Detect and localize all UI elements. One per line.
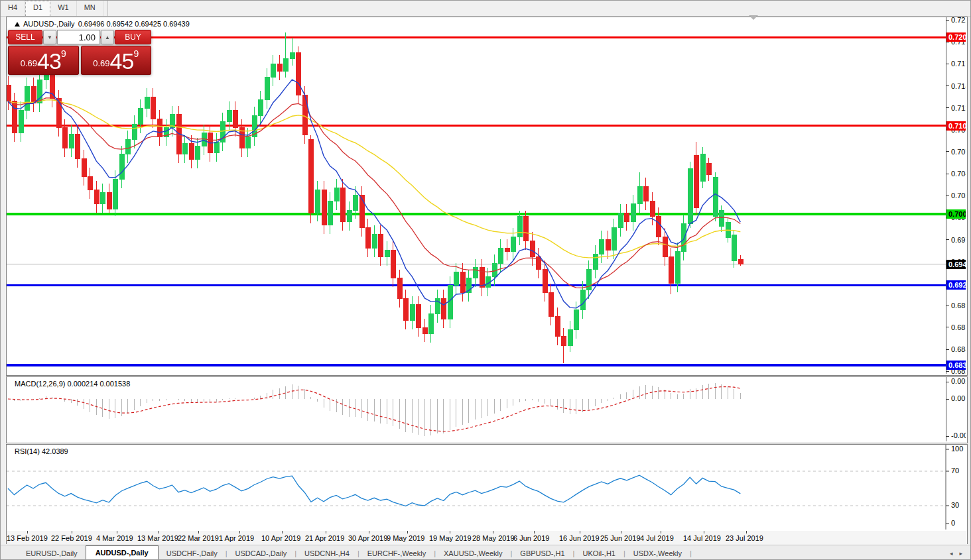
candle-body xyxy=(334,188,339,201)
candle-body xyxy=(625,213,629,221)
candle-body xyxy=(315,190,320,213)
date-label: 22 Mar 2019 xyxy=(178,534,219,542)
buy-price-fraction: 0.69 xyxy=(93,55,109,72)
candle-body xyxy=(593,254,598,270)
symbol-name: AUDUSD-,Daily xyxy=(23,20,75,28)
candle-body xyxy=(132,125,137,140)
candle-body xyxy=(410,305,415,321)
date-axis[interactable]: 13 Feb 201922 Feb 20194 Mar 201913 Mar 2… xyxy=(6,531,968,544)
candle-body xyxy=(372,234,377,248)
chart-tab-audusd-daily[interactable]: AUDUSD-,Daily xyxy=(86,545,159,560)
date-tick xyxy=(704,531,704,533)
sell-price-button[interactable]: 0.69439 xyxy=(8,46,79,75)
candle-body xyxy=(448,286,452,319)
tab-nav: ◂▸ xyxy=(950,550,971,560)
date-label: 19 May 2019 xyxy=(429,534,472,542)
date-label: 23 Jul 2019 xyxy=(726,534,763,542)
candle-body xyxy=(359,195,364,227)
price-tick-label: 0.70215 xyxy=(951,192,966,199)
main-chart-panel[interactable]: AUDUSD-,Daily 0.69496 0.69542 0.69425 0.… xyxy=(6,17,968,376)
candle-body xyxy=(113,179,118,209)
date-tick xyxy=(407,531,408,533)
rsi-plot: 10070300 xyxy=(7,445,966,530)
candle-body xyxy=(277,64,282,72)
date-label: 13 Feb 2019 xyxy=(7,534,48,542)
candle-body xyxy=(31,86,36,103)
price-tick-label: 0.71205 xyxy=(951,104,966,112)
tab-scroll-left-icon[interactable]: ◂ xyxy=(950,550,953,557)
candle-body xyxy=(606,239,610,250)
timeframe-mn[interactable]: MN xyxy=(77,1,103,16)
candle-body xyxy=(139,109,143,125)
timeframe-d1[interactable]: D1 xyxy=(25,1,50,16)
chart-tab-xauusd-weekly[interactable]: XAUUSD-,Weekly xyxy=(436,547,510,560)
date-tick xyxy=(746,531,747,533)
chart-tab-eurchf-weekly[interactable]: EURCHF-,Weekly xyxy=(359,547,434,560)
mt4-window: H4D1W1MN AUDUSD-,Daily 0.69496 0.69542 0… xyxy=(0,0,971,560)
candle-body xyxy=(460,272,465,293)
current-price-label: 0.69439 xyxy=(948,260,966,268)
candle-body xyxy=(196,146,200,160)
candle-body xyxy=(151,97,156,119)
candle-body xyxy=(328,201,333,225)
candle-body xyxy=(379,234,383,257)
macd-indicator-panel[interactable]: MACD(12,26,9) 0.000214 0.001538 0.002522… xyxy=(6,376,968,443)
price-tick-label: 0.71455 xyxy=(951,82,966,90)
trade-panel-price-row: 0.69439 0.69459 xyxy=(8,46,151,75)
chart-tab-bar: EURUSD-,DailyAUDUSD-,DailyUSDCHF-,Daily|… xyxy=(1,545,971,560)
date-tick xyxy=(326,531,326,533)
date-label: 22 Feb 2019 xyxy=(51,534,92,542)
candle-body xyxy=(574,310,579,329)
toolbar-separator xyxy=(103,1,108,16)
candle-body xyxy=(530,241,535,257)
chart-tab-usdchf-daily[interactable]: USDCHF-,Daily xyxy=(159,547,226,560)
volume-input[interactable]: 1.00 xyxy=(57,30,100,44)
candle-body xyxy=(480,268,484,287)
candle-body xyxy=(543,270,547,293)
price-tick-label: 0.68970 xyxy=(951,302,966,309)
chart-tab-ukoil-h1[interactable]: UKOil-,H1 xyxy=(574,547,623,560)
date-tick xyxy=(621,531,621,533)
chart-tab-usdx-weekly[interactable]: USDX-,Weekly xyxy=(625,547,690,560)
volume-decrease-button[interactable]: ▼ xyxy=(43,30,56,44)
candle-body xyxy=(694,155,699,207)
chart-shift-marker-icon[interactable] xyxy=(749,15,758,20)
chart-tab-eurusd-daily[interactable]: EURUSD-,Daily xyxy=(18,547,86,560)
macd-tick-label: -0.005234 xyxy=(951,431,966,439)
date-tick xyxy=(282,531,283,533)
tab-scroll-right-icon[interactable]: ▸ xyxy=(959,550,962,557)
candle-body xyxy=(618,213,623,228)
buy-button[interactable]: BUY xyxy=(115,30,151,44)
date-tick xyxy=(534,531,535,533)
timeframe-h4[interactable]: H4 xyxy=(1,1,25,16)
chart-tab-usdcnh-h4[interactable]: USDCNH-,H4 xyxy=(296,547,357,560)
candle-body xyxy=(19,110,23,133)
rsi-line xyxy=(8,475,740,506)
candle-body xyxy=(119,154,124,179)
timeframe-w1[interactable]: W1 xyxy=(50,1,77,16)
candle-body xyxy=(732,235,737,260)
symbol-triangle-icon xyxy=(15,22,20,27)
macd-label: MACD(12,26,9) 0.000214 0.001538 xyxy=(15,380,130,388)
candle-body xyxy=(265,78,269,99)
candle-body xyxy=(417,305,421,328)
chart-tab-gbpusd-h1[interactable]: GBPUSD-,H1 xyxy=(512,547,572,560)
candle-body xyxy=(562,337,566,345)
rsi-tick-label: 100 xyxy=(951,445,963,453)
candle-body xyxy=(183,144,188,154)
date-label: 6 Jun 2019 xyxy=(513,534,549,542)
candle-body xyxy=(145,97,149,108)
candle-body xyxy=(600,239,604,254)
macd-plot: 0.0025220.00-0.005234 xyxy=(7,377,966,441)
buy-price-button[interactable]: 0.69459 xyxy=(81,46,152,75)
candle-body xyxy=(341,188,346,222)
candle-body xyxy=(707,163,712,174)
rsi-indicator-panel[interactable]: RSI(14) 42.0389 10070300 xyxy=(6,444,968,532)
chart-tab-usdcad-daily[interactable]: USDCAD-,Daily xyxy=(227,547,295,560)
candle-body xyxy=(25,86,30,110)
price-tick-label: 0.69715 xyxy=(951,236,966,244)
candle-body xyxy=(259,99,263,115)
candle-body xyxy=(107,192,111,209)
sell-button[interactable]: SELL xyxy=(8,30,42,44)
volume-increase-button[interactable]: ▲ xyxy=(101,30,114,44)
